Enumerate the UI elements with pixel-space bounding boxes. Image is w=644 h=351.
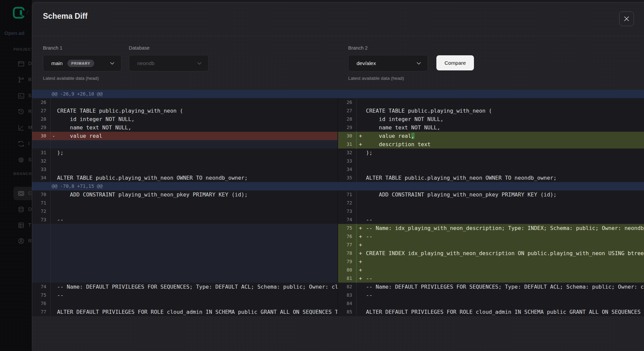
tables-icon — [17, 222, 25, 229]
diff-line: 83-- — [338, 291, 644, 299]
code-text — [51, 274, 337, 283]
diff-filler-row — [32, 257, 337, 266]
header-divider — [32, 36, 644, 36]
code-text — [51, 199, 337, 207]
line-number: 72 — [32, 207, 51, 216]
code-text: -- — [51, 291, 337, 299]
sidebar-item-roles[interactable]: R — [0, 234, 32, 248]
hunk-header: @@ -26,9 +26,10 @@ — [32, 90, 644, 98]
diff-line: 81+-- — [338, 274, 644, 283]
page-title: Schema Diff — [43, 12, 88, 21]
line-number: 28 — [32, 115, 51, 123]
compare-button[interactable]: Compare — [436, 55, 474, 70]
branch2-label: Branch 2 — [348, 45, 368, 51]
code-text: -- Name: DEFAULT PRIVILEGES FOR SEQUENCE… — [357, 283, 644, 291]
breadcrumb-slash: / — [27, 9, 29, 16]
diff-filler-row — [32, 274, 337, 283]
code-text: name text NOT NULL, — [357, 123, 644, 132]
diff-line: 85ALTER DEFAULT PRIVILEGES FOR ROLE clou… — [338, 308, 644, 316]
code-text: -- Name: DEFAULT PRIVILEGES FOR SEQUENCE… — [51, 283, 337, 291]
sidebar-item-integrations[interactable]: I — [0, 137, 32, 151]
line-number: 32 — [338, 149, 357, 157]
line-number: 31 — [338, 140, 357, 149]
line-number: 79 — [338, 257, 357, 266]
diff-filler-row — [32, 249, 337, 257]
code-text — [51, 224, 337, 232]
diff-line: 71 — [32, 199, 337, 207]
code-text — [51, 241, 337, 249]
line-number: 71 — [338, 190, 357, 199]
line-number: 75 — [32, 291, 51, 299]
diff-filler-row — [32, 224, 337, 232]
sidebar-item-computes[interactable]: C — [0, 187, 32, 200]
sidebar-item-monitoring[interactable]: M — [0, 121, 32, 134]
diff-line: 26 — [32, 98, 337, 107]
code-text: ALTER DEFAULT PRIVILEGES FOR ROLE cloud_… — [51, 308, 337, 316]
sidebar-item-dashboard[interactable]: D — [0, 57, 32, 70]
hunk-header: @@ -70,8 +71,15 @@ — [32, 182, 644, 190]
diff-filler-row — [32, 232, 337, 241]
sidebar-item-branches[interactable]: B — [0, 73, 32, 86]
code-text: name text NOT NULL, — [51, 123, 337, 132]
diff-line: 72 — [338, 199, 644, 207]
close-button[interactable] — [619, 11, 634, 26]
diff-line: 30- value real — [32, 132, 337, 140]
added-marker: + — [359, 274, 362, 283]
code-text — [51, 266, 337, 274]
code-text: +-- Name: idx_playing_with_neon_descript… — [357, 224, 644, 232]
line-number: 72 — [338, 199, 357, 207]
diff-line: 29 name text NOT NULL, — [338, 123, 644, 132]
diff-line: 82-- Name: DEFAULT PRIVILEGES FOR SEQUEN… — [338, 283, 644, 291]
integrations-icon — [17, 140, 25, 148]
code-text: ALTER DEFAULT PRIVILEGES FOR ROLE cloud_… — [357, 308, 644, 316]
code-text — [51, 207, 337, 216]
line-number — [32, 241, 51, 249]
line-number: 33 — [32, 165, 51, 174]
code-text: + description text — [357, 140, 644, 149]
monitoring-icon — [17, 124, 25, 131]
neon-logo[interactable] — [13, 7, 25, 19]
open-admin-link[interactable]: Open ad — [4, 30, 24, 36]
hunk-body: 70 ADD CONSTRAINT playing_with_neon_pkey… — [32, 190, 644, 316]
code-text — [357, 157, 644, 165]
sidebar-item-restore[interactable]: R — [0, 105, 32, 118]
line-number: 83 — [338, 291, 357, 299]
diff-line: 76+-- — [338, 232, 644, 241]
chevron-down-icon — [417, 62, 421, 65]
removed-marker: - — [52, 132, 55, 140]
code-text: id integer NOT NULL, — [357, 115, 644, 123]
code-text — [51, 98, 337, 107]
line-number — [32, 257, 51, 266]
sidebar-item-sql-editor[interactable]: S — [0, 89, 32, 103]
diff-line: 27CREATE TABLE public.playing_with_neon … — [32, 107, 337, 115]
branch2-select[interactable]: dev/alex — [348, 55, 428, 71]
diff-line: 34ALTER TABLE public.playing_with_neon O… — [32, 174, 337, 182]
dashboard-icon — [17, 60, 25, 67]
line-number: 34 — [32, 174, 51, 182]
code-text: + — [357, 266, 644, 274]
branch1-select[interactable]: main PRIMARY — [43, 55, 121, 71]
diff-line: 76 — [32, 299, 337, 308]
code-text: ALTER TABLE public.playing_with_neon OWN… — [51, 174, 337, 182]
added-marker: + — [359, 224, 362, 232]
diff-panel-right: 71 ADD CONSTRAINT playing_with_neon_pkey… — [338, 190, 644, 316]
line-number: 84 — [338, 299, 357, 308]
diff-line: 28 id integer NOT NULL, — [32, 115, 337, 123]
chevron-down-icon — [197, 62, 202, 65]
diff-line: 26 — [338, 98, 644, 107]
sidebar-item-databases[interactable]: D — [0, 203, 32, 216]
line-number: 26 — [32, 98, 51, 107]
sidebar-item-settings[interactable]: S — [0, 153, 32, 167]
diff-line: 34 — [338, 165, 644, 174]
line-number — [32, 140, 51, 149]
database-select[interactable]: neondb — [129, 55, 209, 71]
sidebar-item-tables[interactable]: T — [0, 219, 32, 232]
diff-line: 27CREATE TABLE public.playing_with_neon … — [338, 107, 644, 115]
word-diff-highlight: , — [411, 133, 415, 139]
line-number: 78 — [338, 249, 357, 257]
code-text: +CREATE INDEX idx_playing_with_neon_desc… — [357, 249, 644, 257]
code-text: -- — [51, 216, 337, 224]
diff-line: 32); — [338, 149, 644, 157]
code-text: -- — [357, 291, 644, 299]
code-text: ADD CONSTRAINT playing_with_neon_pkey PR… — [357, 190, 644, 199]
